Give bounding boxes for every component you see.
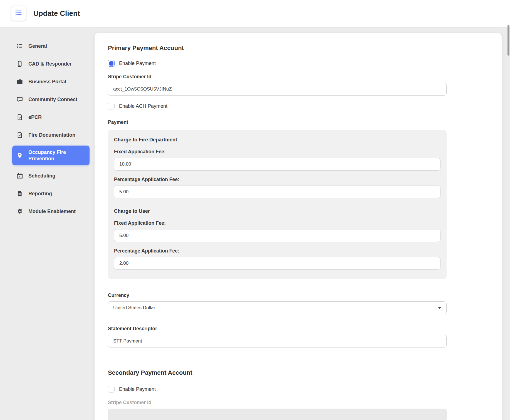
statement-descriptor-label: Statement Descriptor (108, 326, 447, 332)
menu-button[interactable] (11, 6, 26, 21)
payment-fee-panel: Charge to Fire Department Fixed Applicat… (108, 130, 447, 279)
secondary-enable-payment-checkbox-row[interactable]: Enable Payment (108, 386, 447, 392)
sidebar-item-label: Scheduling (28, 173, 55, 179)
sidebar-item-general[interactable]: General (12, 39, 90, 53)
enable-payment-checkbox[interactable] (108, 60, 115, 67)
sidebar-item-label: Occupancy Fire Prevention (28, 149, 86, 162)
scrollbar-thumb[interactable] (507, 25, 509, 56)
chevron-down-icon (438, 307, 441, 309)
sidebar-item-label: Community Connect (28, 96, 77, 103)
sidebar-item-label: General (28, 43, 47, 49)
secondary-enable-payment-checkbox[interactable] (108, 386, 115, 392)
sidebar-item-label: Reporting (28, 191, 52, 197)
secondary-payment-heading: Secondary Payment Account (108, 369, 447, 376)
sidebar-item-community-connect[interactable]: Community Connect (12, 92, 90, 107)
user-percentage-fee-label: Percentage Application Fee: (114, 248, 440, 254)
document-check-icon (16, 131, 23, 139)
briefcase-icon (16, 78, 23, 85)
enable-ach-checkbox-row[interactable]: Enable ACH Payment (108, 103, 447, 109)
sidebar-item-occupancy-fire-prevention[interactable]: Occupancy Fire Prevention (12, 146, 90, 165)
charge-to-user-heading: Charge to User (114, 208, 440, 214)
report-icon (16, 190, 23, 197)
enable-ach-label: Enable ACH Payment (119, 103, 167, 109)
currency-select[interactable]: United States Dollar (108, 301, 447, 314)
sidebar-item-label: CAD & Responder (28, 61, 72, 67)
user-fixed-fee-label: Fixed Application Fee: (114, 220, 440, 226)
list-icon (16, 42, 23, 50)
secondary-stripe-customer-id-input (108, 409, 447, 420)
map-pin-icon (16, 152, 23, 159)
user-percentage-fee-input[interactable] (114, 257, 440, 270)
stripe-customer-id-input[interactable] (108, 83, 447, 96)
list-icon (15, 9, 23, 18)
sidebar-item-cad-responder[interactable]: CAD & Responder (12, 57, 90, 71)
secondary-stripe-customer-id-label: Stripe Customer Id (108, 400, 447, 406)
sidebar-item-epcr[interactable]: ePCR (12, 110, 90, 124)
fd-fixed-fee-input[interactable] (114, 158, 440, 171)
document-check-icon (16, 114, 23, 121)
enable-payment-checkbox-row[interactable]: Enable Payment (108, 60, 447, 67)
enable-payment-label: Enable Payment (119, 61, 156, 66)
chat-icon (16, 96, 23, 103)
phone-icon (16, 60, 23, 68)
enable-ach-checkbox[interactable] (108, 103, 115, 109)
sidebar-item-label: Business Portal (28, 79, 66, 85)
sidebar-item-label: Module Enablement (28, 208, 76, 215)
secondary-enable-payment-label: Enable Payment (119, 386, 156, 392)
primary-payment-heading: Primary Payment Account (108, 44, 447, 52)
page-title: Update Client (33, 9, 80, 18)
sidebar: General CAD & Responder Business Portal (0, 33, 95, 222)
settings-card: Primary Payment Account Enable Payment S… (95, 33, 502, 420)
fd-percentage-fee-input[interactable] (114, 186, 440, 198)
app-header: Update Client (0, 0, 510, 27)
payment-label: Payment (108, 119, 447, 125)
charge-to-fire-department-heading: Charge to Fire Department (114, 137, 440, 143)
sidebar-item-module-enablement[interactable]: Module Enablement (12, 204, 90, 219)
fd-percentage-fee-label: Percentage Application Fee: (114, 177, 440, 182)
calendar-icon (16, 172, 23, 179)
sidebar-item-label: ePCR (28, 114, 42, 121)
sidebar-item-reporting[interactable]: Reporting (12, 186, 90, 201)
currency-selected-value: United States Dollar (113, 305, 155, 311)
sidebar-item-fire-documentation[interactable]: Fire Documentation (12, 128, 90, 142)
gear-icon (16, 208, 23, 215)
sidebar-item-scheduling[interactable]: Scheduling (12, 169, 90, 183)
statement-descriptor-input[interactable] (108, 335, 447, 348)
fd-fixed-fee-label: Fixed Application Fee: (114, 149, 440, 155)
stripe-customer-id-label: Stripe Customer Id (108, 74, 447, 80)
currency-label: Currency (108, 292, 447, 298)
sidebar-item-label: Fire Documentation (28, 132, 75, 138)
user-fixed-fee-input[interactable] (114, 229, 440, 242)
sidebar-item-business-portal[interactable]: Business Portal (12, 74, 90, 89)
